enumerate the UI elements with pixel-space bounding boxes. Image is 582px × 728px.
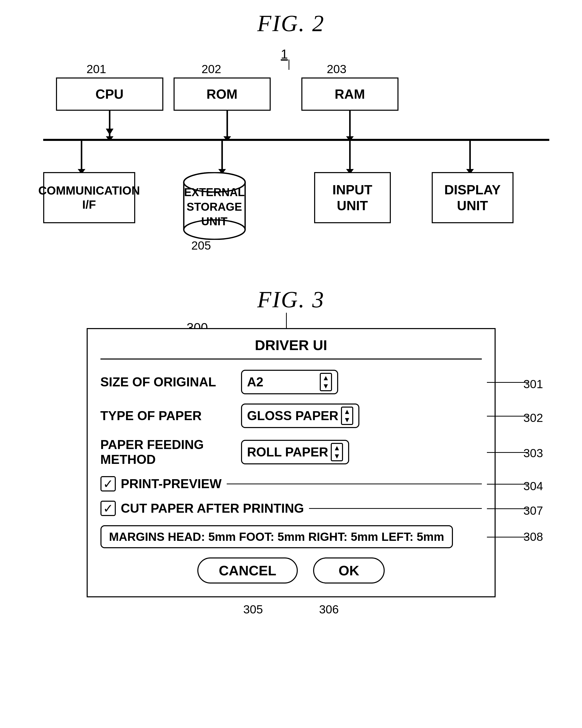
cpu-box: CPU <box>56 77 163 111</box>
fig2-diagram: 1 201 CPU 202 ROM <box>23 47 559 251</box>
size-of-original-value: A2 <box>247 374 317 389</box>
ref-202-label: 202 <box>202 62 221 76</box>
svg-marker-5 <box>106 136 113 140</box>
display-bus-arrow <box>462 141 478 174</box>
ref-1: 1 <box>281 47 288 62</box>
ext-storage-cylinder <box>181 172 248 240</box>
input-unit-box: INPUT UNIT <box>314 172 391 223</box>
ref302-line <box>487 416 528 417</box>
display-unit-box: DISPLAY UNIT <box>432 172 513 223</box>
comm-bus-arrow <box>74 141 89 174</box>
feeding-down-arrow[interactable]: ▼ <box>332 452 342 460</box>
ref-308-label: 308 <box>524 530 543 544</box>
size-of-original-row: SIZE OF ORIGINAL A2 ▲ ▼ 301 <box>101 370 482 394</box>
paper-spinner[interactable]: ▲ ▼ <box>341 407 353 425</box>
type-of-paper-value: GLOSS PAPER <box>247 408 338 423</box>
ref-307-label: 307 <box>524 504 543 518</box>
size-down-arrow[interactable]: ▼ <box>321 382 331 390</box>
ok-button[interactable]: OK <box>313 557 385 583</box>
paper-feeding-value: ROLL PAPER <box>247 445 328 460</box>
fig3-title: FIG. 3 <box>0 286 582 313</box>
ref-301-label: 301 <box>524 377 543 391</box>
bus-line <box>43 139 549 141</box>
feeding-spinner[interactable]: ▲ ▼ <box>331 443 343 461</box>
ref-203-label: 203 <box>327 62 347 76</box>
type-of-paper-row: TYPE OF PAPER GLOSS PAPER ▲ ▼ 302 <box>101 404 482 428</box>
margins-box[interactable]: MARGINS HEAD: 5mm FOOT: 5mm RIGHT: 5mm L… <box>101 525 453 548</box>
type-of-paper-control[interactable]: GLOSS PAPER ▲ ▼ <box>241 404 360 428</box>
ref1-line <box>289 59 289 70</box>
feeding-up-arrow[interactable]: ▲ <box>332 444 342 452</box>
size-up-arrow[interactable]: ▲ <box>321 374 331 382</box>
svg-marker-11 <box>346 136 354 140</box>
cut-paper-row: ✓ CUT PAPER AFTER PRINTING 307 <box>101 501 482 516</box>
rom-box: ROM <box>174 77 271 111</box>
print-preview-label: PRINT-PREVIEW <box>121 476 221 491</box>
print-preview-line <box>227 484 482 484</box>
ref301-line <box>487 382 528 383</box>
comm-if-box: COMMUNICATION I/F <box>43 172 135 223</box>
size-spinner[interactable]: ▲ ▼ <box>320 373 332 391</box>
margins-row: MARGINS HEAD: 5mm FOOT: 5mm RIGHT: 5mm L… <box>101 525 482 548</box>
paper-up-arrow[interactable]: ▲ <box>342 408 352 416</box>
ref300-line <box>286 313 287 328</box>
ref-302-label: 302 <box>524 411 543 425</box>
ref-303-label: 303 <box>524 446 543 460</box>
ref-205-label: 205 <box>191 239 211 252</box>
svg-point-22 <box>184 220 245 239</box>
fig2-section: FIG. 2 1 201 CPU 202 <box>0 10 582 251</box>
size-of-original-label: SIZE OF ORIGINAL <box>101 374 241 389</box>
svg-marker-8 <box>223 136 231 140</box>
cut-paper-checkbox[interactable]: ✓ <box>101 501 116 516</box>
print-preview-checkbox[interactable]: ✓ <box>101 476 116 492</box>
type-of-paper-label: TYPE OF PAPER <box>101 408 241 423</box>
fig3-section: FIG. 3 300 DRIVER UI SIZE OF ORIGINAL A2… <box>0 286 582 616</box>
ref-304-label: 304 <box>524 479 543 493</box>
paper-down-arrow[interactable]: ▼ <box>342 416 352 424</box>
paper-feeding-row: PAPER FEEDING METHOD ROLL PAPER ▲ ▼ 303 <box>101 437 482 467</box>
svg-point-23 <box>184 173 245 192</box>
ext-bus-arrow <box>214 141 230 174</box>
margins-value: MARGINS HEAD: 5mm FOOT: 5mm RIGHT: 5mm L… <box>109 530 444 543</box>
driver-ui-box: DRIVER UI SIZE OF ORIGINAL A2 ▲ ▼ 301 TY… <box>87 328 496 597</box>
ref-201-label: 201 <box>87 62 106 76</box>
button-refs: 305 306 <box>87 602 496 616</box>
cut-paper-line <box>309 508 481 509</box>
fig2-title: FIG. 2 <box>0 10 582 36</box>
ref-306-label: 306 <box>319 602 339 616</box>
ref308-line <box>487 537 528 538</box>
driver-ui-title: DRIVER UI <box>101 337 482 360</box>
buttons-row: CANCEL OK <box>101 557 482 583</box>
cancel-button[interactable]: CANCEL <box>197 557 298 583</box>
cut-paper-label: CUT PAPER AFTER PRINTING <box>121 501 304 516</box>
size-of-original-control[interactable]: A2 ▲ ▼ <box>241 370 338 394</box>
paper-feeding-label: PAPER FEEDING METHOD <box>101 437 241 467</box>
print-preview-row: ✓ PRINT-PREVIEW 304 <box>101 476 482 492</box>
ref-305-label: 305 <box>243 602 263 616</box>
ram-box: RAM <box>301 77 398 111</box>
paper-feeding-control[interactable]: ROLL PAPER ▲ ▼ <box>241 440 349 464</box>
input-bus-arrow <box>342 141 358 174</box>
ref304-line <box>487 484 528 485</box>
fig3-outer: DRIVER UI SIZE OF ORIGINAL A2 ▲ ▼ 301 TY… <box>87 328 496 616</box>
ref303-line <box>487 452 528 453</box>
ref307-line <box>487 508 528 509</box>
